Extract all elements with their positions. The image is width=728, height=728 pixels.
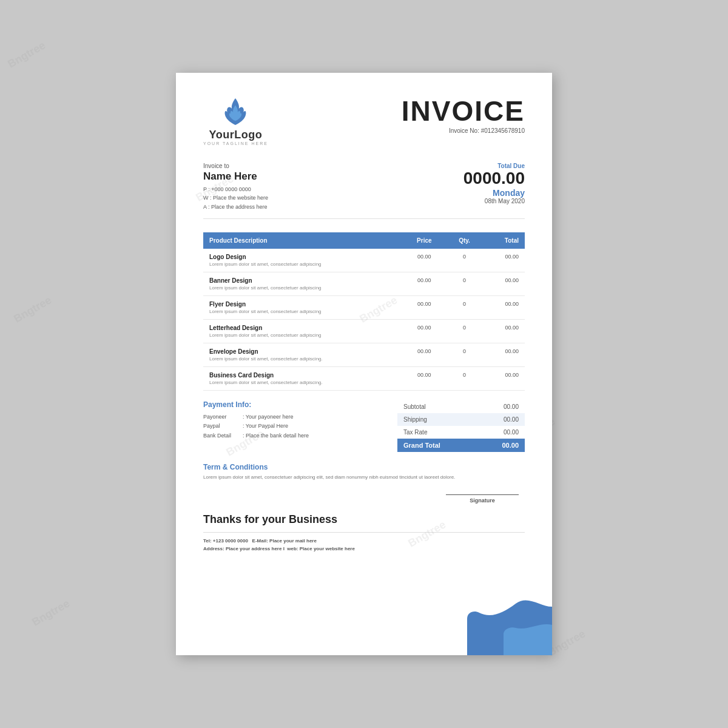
due-day: Monday bbox=[463, 188, 525, 198]
invoice-paper: Bngtree Bngtree Bngtree Bngtree YourLogo… bbox=[176, 73, 552, 655]
item-description-cell: Letterhead Design Lorem ipsum dolor sit … bbox=[203, 320, 403, 343]
item-qty: 0 bbox=[446, 249, 484, 272]
item-total: 00.00 bbox=[483, 272, 525, 296]
table-row: Letterhead Design Lorem ipsum dolor sit … bbox=[203, 320, 525, 343]
due-section: Total Due 0000.00 Monday 08th May 2020 bbox=[463, 163, 525, 204]
item-description-cell: Logo Design Lorem ipsum dolor sit amet, … bbox=[203, 249, 403, 272]
item-name: Letterhead Design bbox=[209, 325, 397, 331]
tax-value: 00.00 bbox=[504, 429, 519, 436]
terms-title: Term & Conditions bbox=[203, 463, 525, 471]
invoice-to-label: Invoice to bbox=[203, 163, 268, 169]
terms-text: Lorem ipsum dolor sit amet, consectetuer… bbox=[203, 474, 525, 481]
table-row: Banner Design Lorem ipsum dolor sit amet… bbox=[203, 272, 525, 296]
payment-info: Payment Info: Payoneer: Your payoneer he… bbox=[203, 400, 397, 440]
col-price: Price bbox=[403, 232, 446, 249]
item-desc: Lorem ipsum dolor sit amet, consectetuer… bbox=[209, 356, 323, 362]
item-desc: Lorem ipsum dolor sit amet, consectetuer… bbox=[209, 309, 322, 314]
item-name: Logo Design bbox=[209, 254, 397, 260]
signature-block: Signature bbox=[446, 494, 519, 504]
signature-label: Signature bbox=[446, 497, 519, 504]
table-row: Logo Design Lorem ipsum dolor sit amet, … bbox=[203, 249, 525, 272]
shipping-value: 00.00 bbox=[504, 416, 519, 423]
payment-method-label: Paypal bbox=[203, 422, 243, 431]
item-name: Envelope Design bbox=[209, 348, 397, 355]
subtotal-value: 00.00 bbox=[504, 403, 519, 410]
web-label: web: bbox=[287, 546, 298, 551]
item-qty: 0 bbox=[446, 367, 484, 391]
item-desc: Lorem ipsum dolor sit amet, consectetuer… bbox=[209, 332, 322, 338]
item-qty: 0 bbox=[446, 296, 484, 320]
payment-method: Payoneer: Your payoneer here bbox=[203, 413, 385, 422]
wave-decoration bbox=[467, 582, 552, 655]
bottom-section: Payment Info: Payoneer: Your payoneer he… bbox=[203, 400, 525, 452]
grand-total-row: Grand Total 00.00 bbox=[397, 439, 525, 452]
item-price: 00.00 bbox=[403, 367, 446, 391]
col-qty: Qty. bbox=[446, 232, 484, 249]
item-name: Flyer Design bbox=[209, 301, 397, 308]
payment-method: Paypal: Your Paypal Here bbox=[203, 422, 385, 431]
item-name: Banner Design bbox=[209, 277, 397, 284]
subtotal-row: Subtotal 00.00 bbox=[397, 400, 525, 413]
address-label: Address: bbox=[203, 546, 224, 551]
item-qty: 0 bbox=[446, 343, 484, 367]
invoice-number: Invoice No: #012345678910 bbox=[402, 127, 525, 134]
item-price: 00.00 bbox=[403, 343, 446, 367]
item-price: 00.00 bbox=[403, 320, 446, 343]
signature-line bbox=[446, 494, 519, 495]
client-address: A : Place the address here bbox=[203, 203, 268, 211]
item-description-cell: Envelope Design Lorem ipsum dolor sit am… bbox=[203, 343, 403, 367]
table-header-row: Product Description Price Qty. Total bbox=[203, 232, 525, 249]
thanks-text: Thanks for your Business bbox=[203, 513, 525, 526]
item-desc: Lorem ipsum dolor sit amet, consectetuer… bbox=[209, 380, 323, 385]
invoice-table: Product Description Price Qty. Total Log… bbox=[203, 232, 525, 391]
grand-total-label: Grand Total bbox=[403, 442, 440, 449]
logo-icon bbox=[223, 97, 248, 126]
address-value: Place your address here I bbox=[226, 546, 285, 551]
col-description: Product Description bbox=[203, 232, 403, 249]
client-website: W : Place the website here bbox=[203, 194, 268, 202]
tax-label: Tax Rate bbox=[403, 429, 427, 436]
logo-name: YourLogo bbox=[209, 129, 263, 141]
client-phone: P : +000 0000 0000 bbox=[203, 185, 268, 194]
client-name: Name Here bbox=[203, 170, 268, 183]
signature-section: Signature bbox=[203, 494, 525, 504]
invoice-title-section: INVOICE Invoice No: #012345678910 bbox=[402, 97, 525, 134]
item-qty: 0 bbox=[446, 320, 484, 343]
email-value: Place your mail here bbox=[269, 538, 317, 544]
table-row: Flyer Design Lorem ipsum dolor sit amet,… bbox=[203, 296, 525, 320]
email-label-bold: E-Mail: bbox=[252, 538, 268, 544]
payment-method-label: Payoneer bbox=[203, 413, 243, 422]
item-desc: Lorem ipsum dolor sit amet, consectetuer… bbox=[209, 285, 322, 291]
item-price: 00.00 bbox=[403, 249, 446, 272]
item-total: 00.00 bbox=[483, 296, 525, 320]
table-row: Envelope Design Lorem ipsum dolor sit am… bbox=[203, 343, 525, 367]
web-value: Place your website here bbox=[300, 546, 355, 551]
due-date: 08th May 2020 bbox=[463, 198, 525, 204]
invoice-info: Invoice to Name Here P : +000 0000 0000 … bbox=[203, 163, 525, 219]
shipping-row: Shipping 00.00 bbox=[397, 413, 525, 426]
payment-method: Bank Detail: Place the bank detail here bbox=[203, 431, 385, 440]
item-total: 00.00 bbox=[483, 343, 525, 367]
thanks-section: Thanks for your Business Tel: +123 0000 … bbox=[203, 513, 525, 553]
item-total: 00.00 bbox=[483, 249, 525, 272]
item-qty: 0 bbox=[446, 272, 484, 296]
logo-tagline: YOUR TAGLINE HERE bbox=[203, 141, 268, 146]
shipping-label: Shipping bbox=[403, 416, 427, 423]
table-row: Business Card Design Lorem ipsum dolor s… bbox=[203, 367, 525, 391]
payment-method-value: : Your payoneer here bbox=[243, 413, 294, 422]
grand-total-value: 00.00 bbox=[502, 442, 519, 449]
payment-title: Payment Info: bbox=[203, 400, 385, 409]
footer-divider bbox=[203, 532, 525, 533]
subtotal-label: Subtotal bbox=[403, 403, 426, 410]
due-amount: 0000.00 bbox=[463, 169, 525, 188]
item-description-cell: Flyer Design Lorem ipsum dolor sit amet,… bbox=[203, 296, 403, 320]
item-desc: Lorem ipsum dolor sit amet, consectetuer… bbox=[209, 261, 322, 267]
tax-row: Tax Rate 00.00 bbox=[397, 426, 525, 439]
payment-method-value: : Place the bank detail here bbox=[243, 431, 309, 440]
terms-section: Term & Conditions Lorem ipsum dolor sit … bbox=[203, 463, 525, 481]
payment-method-label: Bank Detail bbox=[203, 431, 243, 440]
footer-line1: Tel: +123 0000 0000 E-Mail: Place your m… bbox=[203, 538, 525, 545]
item-total: 00.00 bbox=[483, 367, 525, 391]
col-total: Total bbox=[483, 232, 525, 249]
tel-label: Tel: +123 0000 0000 bbox=[203, 538, 248, 544]
